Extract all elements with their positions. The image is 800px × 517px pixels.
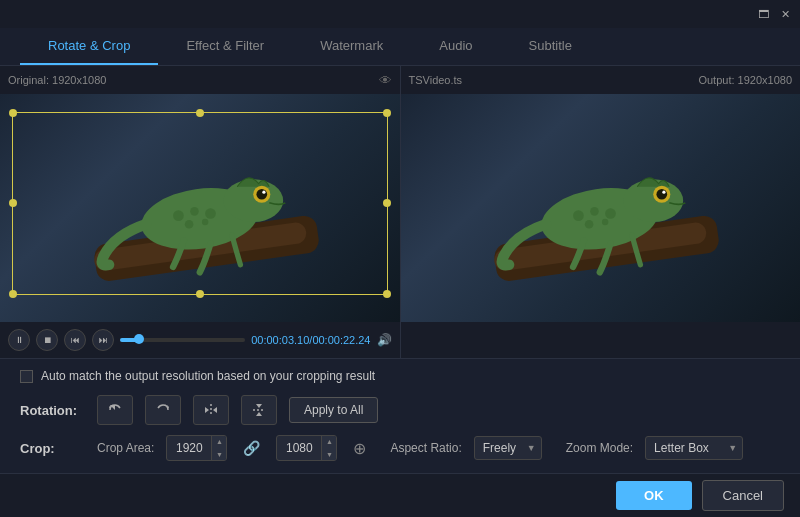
- left-video-preview: [0, 94, 400, 322]
- svg-point-10: [185, 220, 194, 229]
- crop-height-up[interactable]: ▲: [322, 435, 336, 448]
- rotation-label: Rotation:: [20, 403, 85, 418]
- svg-point-23: [602, 219, 608, 225]
- crop-width-field[interactable]: 1920: [167, 441, 211, 455]
- crop-height-arrows: ▲ ▼: [321, 435, 336, 461]
- crop-height-field[interactable]: 1080: [277, 441, 321, 455]
- svg-point-9: [205, 208, 216, 219]
- chameleon-image-right: [440, 128, 760, 299]
- crop-height-down[interactable]: ▼: [322, 448, 336, 461]
- chameleon-image-left: [40, 128, 360, 299]
- stop-button[interactable]: ⏹: [36, 329, 58, 351]
- crop-height-input[interactable]: 1080 ▲ ▼: [276, 435, 337, 461]
- svg-marker-27: [256, 404, 262, 408]
- eye-icon[interactable]: 👁: [379, 73, 392, 88]
- aspect-ratio-select[interactable]: Freely 16:9 4:3 1:1: [474, 436, 542, 460]
- close-button[interactable]: ✕: [778, 7, 792, 21]
- tab-audio[interactable]: Audio: [411, 28, 500, 65]
- progress-bar[interactable]: [120, 338, 245, 342]
- aspect-ratio-label: Aspect Ratio:: [390, 441, 461, 455]
- crop-width-arrows: ▲ ▼: [211, 435, 226, 461]
- apply-to-all-button[interactable]: Apply to All: [289, 397, 378, 423]
- crop-label: Crop:: [20, 441, 85, 456]
- rotate-90cw-button[interactable]: [145, 395, 181, 425]
- svg-point-18: [663, 191, 666, 194]
- svg-point-19: [574, 210, 585, 221]
- auto-match-row: Auto match the output resolution based o…: [20, 369, 780, 383]
- pause-button[interactable]: ⏸: [8, 329, 30, 351]
- crop-width-down[interactable]: ▼: [212, 448, 226, 461]
- output-label: Output: 1920x1080: [698, 74, 792, 86]
- right-panel-footer: [401, 322, 801, 358]
- center-crop-icon[interactable]: ⊕: [353, 439, 366, 458]
- svg-point-5: [256, 189, 267, 200]
- title-bar: 🗖 ✕: [0, 0, 800, 28]
- tab-subtitle[interactable]: Subtitle: [501, 28, 600, 65]
- prev-frame-button[interactable]: ⏮: [64, 329, 86, 351]
- crop-area-label: Crop Area:: [97, 441, 154, 455]
- right-preview-panel: TSVideo.ts Output: 1920x1080: [401, 66, 801, 358]
- svg-point-6: [262, 191, 265, 194]
- left-preview-panel: Original: 1920x1080 👁: [0, 66, 401, 358]
- auto-match-label: Auto match the output resolution based o…: [41, 369, 375, 383]
- progress-thumb: [134, 334, 144, 344]
- tab-watermark[interactable]: Watermark: [292, 28, 411, 65]
- right-video-preview: [401, 94, 801, 322]
- svg-point-11: [202, 219, 208, 225]
- tab-rotate-crop[interactable]: Rotate & Crop: [20, 28, 158, 65]
- zoom-mode-label: Zoom Mode:: [566, 441, 633, 455]
- crop-width-up[interactable]: ▲: [212, 435, 226, 448]
- original-label: Original: 1920x1080: [8, 74, 106, 86]
- svg-point-17: [657, 189, 668, 200]
- crop-width-input[interactable]: 1920 ▲ ▼: [166, 435, 227, 461]
- tab-bar: Rotate & Crop Effect & Filter Watermark …: [0, 28, 800, 66]
- svg-point-22: [585, 220, 594, 229]
- svg-marker-28: [256, 412, 262, 416]
- ok-button[interactable]: OK: [616, 481, 692, 510]
- left-panel-header: Original: 1920x1080 👁: [0, 66, 400, 94]
- svg-marker-26: [213, 407, 217, 413]
- main-content: Original: 1920x1080 👁: [0, 66, 800, 511]
- progress-fill: [120, 338, 139, 342]
- crop-row: Crop: Crop Area: 1920 ▲ ▼ 🔗 1080 ▲ ▼ ⊕ A…: [20, 435, 780, 461]
- svg-point-20: [591, 207, 600, 216]
- auto-match-checkbox[interactable]: [20, 370, 33, 383]
- preview-area: Original: 1920x1080 👁: [0, 66, 800, 358]
- rotation-row: Rotation:: [20, 395, 780, 425]
- link-icon[interactable]: 🔗: [243, 440, 260, 456]
- footer: OK Cancel: [0, 473, 800, 517]
- right-panel-header: TSVideo.ts Output: 1920x1080: [401, 66, 801, 94]
- flip-horizontal-button[interactable]: [193, 395, 229, 425]
- svg-marker-25: [205, 407, 209, 413]
- cancel-button[interactable]: Cancel: [702, 480, 784, 511]
- zoom-mode-select-wrap: Letter Box Pan & Scan Full ▼: [645, 436, 743, 460]
- filename-label: TSVideo.ts: [409, 74, 463, 86]
- playback-bar: ⏸ ⏹ ⏮ ⏭ 00:00:03.10/00:00:22.24 🔊: [0, 322, 400, 358]
- svg-point-21: [606, 208, 617, 219]
- minimize-button[interactable]: 🗖: [756, 7, 770, 21]
- svg-point-8: [190, 207, 199, 216]
- aspect-ratio-select-wrap: Freely 16:9 4:3 1:1 ▼: [474, 436, 542, 460]
- rotate-90ccw-button[interactable]: [97, 395, 133, 425]
- flip-vertical-button[interactable]: [241, 395, 277, 425]
- svg-point-7: [173, 210, 184, 221]
- next-frame-button[interactable]: ⏭: [92, 329, 114, 351]
- zoom-mode-select[interactable]: Letter Box Pan & Scan Full: [645, 436, 743, 460]
- tab-effect-filter[interactable]: Effect & Filter: [158, 28, 292, 65]
- time-display: 00:00:03.10/00:00:22.24: [251, 334, 370, 346]
- volume-icon[interactable]: 🔊: [377, 333, 392, 347]
